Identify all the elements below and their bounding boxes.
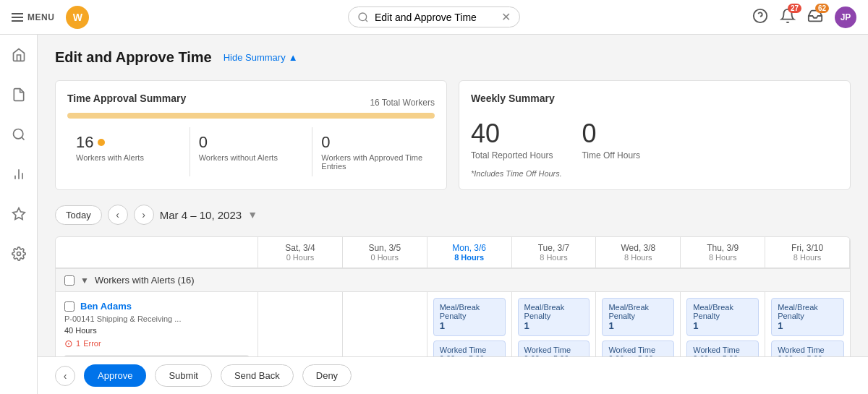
collapse-section-icon[interactable]: ▼ xyxy=(80,275,89,286)
help-icon-btn[interactable] xyxy=(752,8,768,26)
grid-header-fri: Fri, 3/10 8 Hours xyxy=(765,237,850,267)
deny-button[interactable]: Deny xyxy=(302,364,352,387)
inbox-icon-btn[interactable]: 62 xyxy=(807,8,823,26)
total-reported-hours-label: Total Reported Hours xyxy=(471,150,553,160)
workday-logo: W xyxy=(66,6,89,29)
page-header: Edit and Approve Time Hide Summary ▲ xyxy=(55,49,851,66)
search-clear-icon[interactable]: ✕ xyxy=(501,10,511,24)
meal-break-penalty-card-thu[interactable]: Meal/Break Penalty 1 xyxy=(686,298,759,336)
hamburger-icon xyxy=(12,13,23,22)
search-icon xyxy=(357,12,369,23)
workers-section-label: Workers with Alerts (16) xyxy=(95,275,195,286)
date-range-label: Mar 4 – 10, 2023 xyxy=(160,209,242,221)
grid-header-sat: Sat, 3/4 0 Hours xyxy=(258,237,343,267)
progress-bar xyxy=(67,113,435,119)
prev-week-button[interactable]: ‹ xyxy=(108,205,128,225)
user-avatar[interactable]: JP xyxy=(835,7,856,28)
nav-icons: 27 62 JP xyxy=(752,7,856,28)
meal-break-penalty-card-tue[interactable]: Meal/Break Penalty 1 xyxy=(518,298,590,336)
sidebar-item-analytics[interactable] xyxy=(7,163,30,188)
approval-stats: 16 Workers with Alerts 0 Workers without… xyxy=(67,127,435,176)
sidebar-item-settings[interactable] xyxy=(7,242,30,267)
workers-approved-number: 0 xyxy=(321,133,330,152)
submit-button[interactable]: Submit xyxy=(155,364,211,387)
sidebar xyxy=(0,35,38,394)
penalty-label: Meal/Break Penalty xyxy=(693,303,752,320)
total-workers-label: 16 Total Workers xyxy=(370,98,435,108)
workers-approved-label: Workers with Approved Time Entries xyxy=(321,153,426,171)
worked-label: Worked Time xyxy=(778,346,838,354)
main-layout: Edit and Approve Time Hide Summary ▲ Tim… xyxy=(0,35,868,394)
penalty-count: 1 xyxy=(608,320,668,331)
time-approval-card: Time Approval Summary 16 Total Workers 1… xyxy=(55,80,447,190)
select-all-checkbox[interactable] xyxy=(64,275,75,286)
hide-summary-button[interactable]: Hide Summary ▲ xyxy=(224,52,298,63)
svg-line-5 xyxy=(21,137,24,140)
workers-approved-stat: 0 Workers with Approved Time Entries xyxy=(312,127,435,176)
progress-bar-bg xyxy=(67,113,435,119)
svg-line-1 xyxy=(365,20,367,22)
workers-with-alerts-stat: 16 Workers with Alerts xyxy=(67,127,190,176)
time-approval-card-header: Time Approval Summary 16 Total Workers xyxy=(67,93,435,113)
date-picker-caret-icon[interactable]: ▼ xyxy=(247,209,258,220)
weekly-summary-card: Weekly Summary 40 Total Reported Hours 0… xyxy=(459,80,851,190)
sidebar-item-favorites[interactable] xyxy=(7,202,30,228)
svg-point-10 xyxy=(17,252,20,256)
workers-without-alerts-label: Workers without Alerts xyxy=(199,153,304,162)
hide-summary-label: Hide Summary xyxy=(224,52,286,63)
grid-header-wed: Wed, 3/8 8 Hours xyxy=(596,237,681,267)
today-button[interactable]: Today xyxy=(55,205,102,225)
workers-section-title: ▼ Workers with Alerts (16) xyxy=(56,269,258,291)
alert-dot-icon xyxy=(98,139,105,146)
inbox-badge: 62 xyxy=(815,4,829,13)
approve-button[interactable]: Approve xyxy=(84,364,146,387)
meal-break-penalty-card-wed[interactable]: Meal/Break Penalty 1 xyxy=(602,298,674,336)
time-off-hours-label: Time Off Hours xyxy=(582,150,640,160)
workers-header-tue xyxy=(512,269,597,291)
notifications-icon-btn[interactable]: 27 xyxy=(780,8,796,26)
workers-header-wed xyxy=(596,269,681,291)
penalty-label: Meal/Break Penalty xyxy=(608,303,668,320)
total-reported-hours-stat: 40 Total Reported Hours xyxy=(471,119,553,160)
time-off-hours-number: 0 xyxy=(582,119,640,149)
search-input[interactable] xyxy=(375,12,501,23)
meal-break-penalty-card-mon[interactable]: Meal/Break Penalty 1 xyxy=(433,298,506,336)
worker-error-count: 1 xyxy=(76,339,80,348)
sidebar-item-search[interactable] xyxy=(7,123,30,148)
penalty-count: 1 xyxy=(524,320,584,331)
workers-header-sun xyxy=(343,269,427,291)
svg-point-0 xyxy=(359,13,367,21)
worked-label: Worked Time xyxy=(440,346,499,354)
penalty-count: 1 xyxy=(440,320,499,331)
worker-error: ⊙ 1 Error xyxy=(64,338,249,349)
sidebar-item-documents[interactable] xyxy=(7,83,30,108)
menu-button[interactable]: MENU xyxy=(12,12,54,22)
worker-name[interactable]: Ben Adams xyxy=(80,301,132,312)
grid-header-mon: Mon, 3/6 8 Hours xyxy=(427,237,512,267)
worker-info-header: Ben Adams xyxy=(64,301,249,312)
worked-label: Worked Time xyxy=(693,346,752,354)
workers-header-sat xyxy=(258,269,343,291)
time-approval-card-title: Time Approval Summary xyxy=(67,93,186,104)
search-bar: ✕ xyxy=(348,7,520,27)
main-content: Edit and Approve Time Hide Summary ▲ Tim… xyxy=(38,35,868,394)
penalty-count: 1 xyxy=(693,320,752,331)
meal-break-penalty-card-fri[interactable]: Meal/Break Penalty 1 xyxy=(771,298,844,336)
time-grid: Sat, 3/4 0 Hours Sun, 3/5 0 Hours Mon, 3… xyxy=(55,236,851,376)
workers-without-alerts-stat: 0 Workers without Alerts xyxy=(190,127,313,176)
total-reported-hours-number: 40 xyxy=(471,119,553,149)
svg-point-4 xyxy=(13,129,22,139)
menu-label: MENU xyxy=(27,12,54,22)
back-arrow-button[interactable]: ‹ xyxy=(55,366,75,386)
svg-marker-9 xyxy=(12,208,25,220)
next-week-button[interactable]: › xyxy=(134,205,154,225)
penalty-label: Meal/Break Penalty xyxy=(778,303,838,320)
notifications-badge: 27 xyxy=(788,4,801,13)
send-back-button[interactable]: Send Back xyxy=(221,364,294,387)
grid-header-sun: Sun, 3/5 0 Hours xyxy=(343,237,427,267)
sidebar-item-home[interactable] xyxy=(7,43,30,69)
grid-header-row: Sat, 3/4 0 Hours Sun, 3/5 0 Hours Mon, 3… xyxy=(56,237,850,269)
worker-checkbox[interactable] xyxy=(64,301,75,312)
weekly-summary-card-title: Weekly Summary xyxy=(471,93,555,104)
page-title: Edit and Approve Time xyxy=(55,49,212,66)
